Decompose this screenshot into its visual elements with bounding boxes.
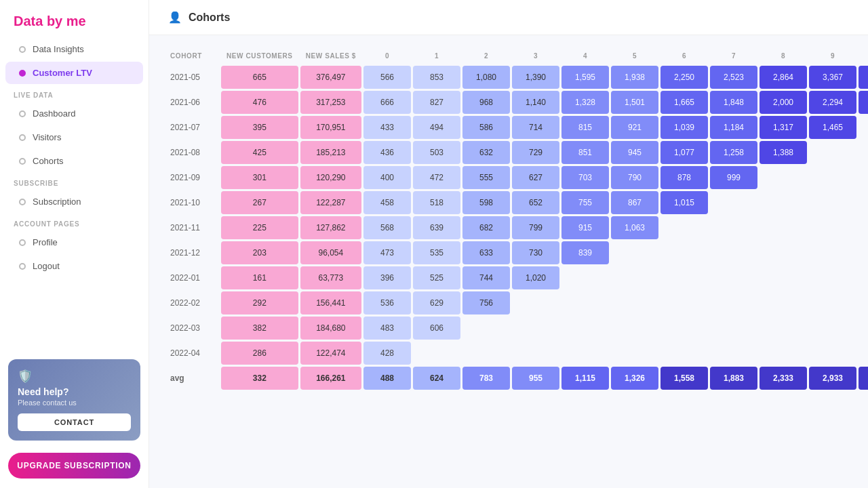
page-header: 👤 Cohorts [149,0,868,35]
cohort-val-7: 1,848 [710,91,757,114]
cohort-val-4: 1,595 [561,66,609,89]
sidebar-item-label: Data Insights [33,44,84,54]
new-sales: 170,951 [300,116,361,139]
cohort-val-6 [660,291,708,314]
dot-icon [19,158,26,165]
cohort-val-1: 494 [413,116,460,139]
cohort-val-8 [760,216,807,239]
cohort-label: 2021-08 [165,141,219,164]
col-header-11: 8 [760,48,807,64]
cohort-val-3: 729 [512,141,559,164]
sidebar-item-visitors[interactable]: Visitors [5,126,143,148]
cohort-val-0: 400 [363,166,411,189]
table-row: 2021-11225127,8625686396827999151,063 [165,216,868,239]
sidebar-item-logout[interactable]: Logout [5,255,143,277]
cohort-val-9: 1,465 [809,116,856,139]
cohort-val-6: 878 [660,166,708,189]
cohort-val-2: 968 [462,91,510,114]
help-subtitle: Please contact us [18,399,131,407]
cohort-val-3: 730 [512,241,559,264]
avg-new-customers: 332 [221,367,298,390]
sidebar-item-subscription[interactable]: Subscription [5,190,143,213]
cohort-label: 2022-04 [165,342,219,365]
cohort-val-7: 2,523 [710,66,757,89]
new-sales: 122,474 [300,342,361,365]
cohort-val-5: 945 [611,141,658,164]
sidebar-section-live: LIVE DATA [0,85,149,102]
avg-row: avg332166,2614886247839551,1151,3261,558… [165,367,868,390]
cohort-label: 2022-01 [165,266,219,289]
cohort-val-8: 2,864 [760,66,807,89]
dot-icon [19,46,26,53]
cohort-val-4: 851 [561,141,609,164]
cohort-val-9 [809,166,856,189]
dot-icon [19,70,26,77]
cohort-table-wrap: COHORTNEW CUSTOMERSNEW SALES $0123456789… [149,35,868,403]
main-content: 👤 Cohorts COHORTNEW CUSTOMERSNEW SALES $… [149,0,868,488]
cohort-val-9 [809,216,856,239]
cohort-val-3 [512,291,559,314]
sidebar-item-data-insights[interactable]: Data Insights [5,38,143,60]
table-row: 2021-07395170,9514334945867148159211,039… [165,116,868,139]
cohort-val-5 [611,266,658,289]
cohort-val-2: 598 [462,191,510,214]
cohort-val-10 [859,291,868,314]
dot-icon [19,134,26,141]
cohort-val-9: 3,367 [809,66,856,89]
col-header-10: 7 [710,48,757,64]
cohort-val-0: 473 [363,241,411,264]
cohort-val-8 [760,241,807,264]
avg-val-7: 1,883 [710,367,757,390]
new-customers: 476 [221,91,298,114]
cohort-val-8 [760,342,807,365]
contact-button[interactable]: CONTACT [18,413,131,431]
table-header: COHORTNEW CUSTOMERSNEW SALES $0123456789… [165,48,868,64]
dot-icon [19,263,26,270]
cohort-val-10 [859,266,868,289]
cohort-val-2 [462,317,510,340]
sidebar-item-label: Cohorts [33,156,64,166]
cohort-label: 2021-09 [165,166,219,189]
sidebar-item-cohorts[interactable]: Cohorts [5,150,143,172]
cohort-val-4: 815 [561,116,609,139]
cohort-val-2: 1,080 [462,66,510,89]
cohort-val-1: 472 [413,166,460,189]
cohort-val-9 [809,266,856,289]
cohort-label: 2021-06 [165,91,219,114]
cohort-val-8 [760,266,807,289]
cohort-val-1: 639 [413,216,460,239]
cohort-val-8 [760,317,807,340]
new-sales: 376,497 [300,66,361,89]
new-sales: 185,213 [300,141,361,164]
cohort-val-2: 756 [462,291,510,314]
cohort-val-6: 1,665 [660,91,708,114]
new-customers: 395 [221,116,298,139]
sidebar-item-label: Subscription [33,197,81,207]
avg-val-1: 624 [413,367,460,390]
col-header-13: 10 [859,48,868,64]
cohort-label: 2021-05 [165,66,219,89]
help-icon: 🛡️ [18,369,131,384]
new-customers: 292 [221,291,298,314]
cohort-val-1 [413,342,460,365]
sidebar-item-customer-ltv[interactable]: Customer LTV [5,62,143,84]
avg-val-5: 1,326 [611,367,658,390]
sidebar: Data by me Data Insights Customer LTV LI… [0,0,149,488]
new-customers: 286 [221,342,298,365]
cohort-val-4: 915 [561,216,609,239]
cohort-val-5: 867 [611,191,658,214]
col-header-4: 1 [413,48,460,64]
cohort-val-2: 744 [462,266,510,289]
cohort-val-9 [809,241,856,264]
cohort-val-6: 2,250 [660,66,708,89]
new-sales: 156,441 [300,291,361,314]
col-header-9: 6 [660,48,708,64]
sidebar-item-dashboard[interactable]: Dashboard [5,102,143,125]
table-row: 2021-06476317,2536668279681,1401,3281,50… [165,91,868,114]
upgrade-button[interactable]: UPGRADE SUBSCRIPTION [8,453,140,479]
sidebar-item-profile[interactable]: Profile [5,231,143,253]
page-title: Cohorts [189,12,230,24]
cohort-val-7 [710,291,757,314]
sidebar-item-label: Profile [33,237,58,247]
cohort-val-7: 1,184 [710,116,757,139]
